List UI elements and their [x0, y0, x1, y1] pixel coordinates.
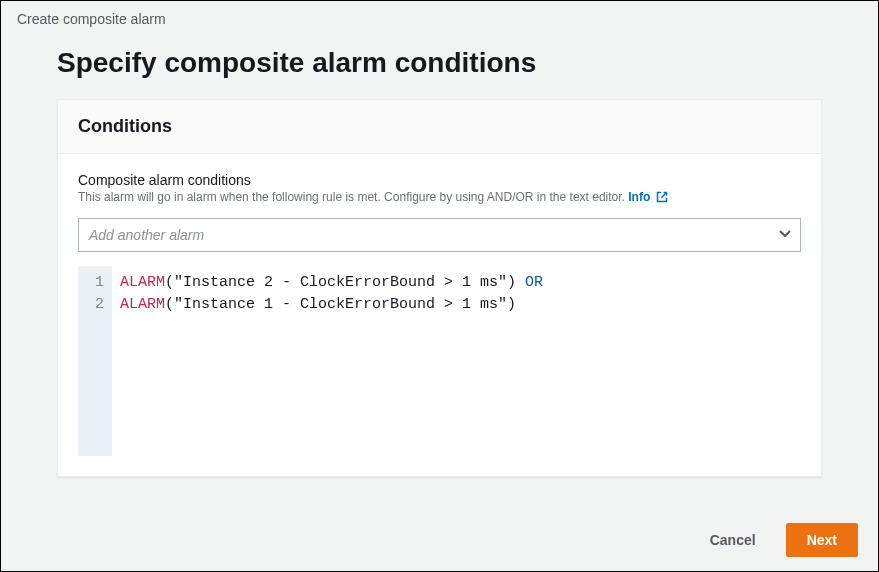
token-keyword: ALARM	[120, 296, 165, 313]
editor-gutter: 1 2	[78, 266, 112, 456]
add-alarm-select[interactable]: Add another alarm	[78, 218, 801, 252]
next-button[interactable]: Next	[786, 523, 858, 557]
info-link-label: Info	[628, 190, 650, 204]
code-line: ALARM("Instance 2 - ClockErrorBound > 1 …	[120, 272, 793, 294]
field-desc-text: This alarm will go in alarm when the fol…	[78, 190, 625, 204]
wizard-footer: Cancel Next	[690, 523, 858, 557]
token-string: ("Instance 2 - ClockErrorBound > 1 ms")	[165, 274, 516, 291]
external-link-icon	[656, 191, 668, 206]
cancel-button[interactable]: Cancel	[690, 524, 776, 556]
conditions-panel: Conditions Composite alarm conditions Th…	[57, 99, 822, 477]
token-string: ("Instance 1 - ClockErrorBound > 1 ms")	[165, 296, 516, 313]
rule-editor[interactable]: 1 2 ALARM("Instance 2 - ClockErrorBound …	[78, 266, 801, 456]
panel-body: Composite alarm conditions This alarm wi…	[58, 154, 821, 476]
info-link[interactable]: Info	[628, 190, 667, 204]
token-operator: OR	[516, 274, 543, 291]
breadcrumb: Create composite alarm	[1, 1, 878, 27]
line-number: 2	[88, 294, 104, 316]
alarm-select-row: Add another alarm	[78, 218, 801, 252]
page-title: Specify composite alarm conditions	[1, 27, 878, 99]
panel-header: Conditions	[58, 100, 821, 154]
field-description: This alarm will go in alarm when the fol…	[78, 190, 801, 206]
token-keyword: ALARM	[120, 274, 165, 291]
line-number: 1	[88, 272, 104, 294]
editor-content[interactable]: ALARM("Instance 2 - ClockErrorBound > 1 …	[112, 266, 801, 456]
code-line: ALARM("Instance 1 - ClockErrorBound > 1 …	[120, 294, 793, 316]
field-label: Composite alarm conditions	[78, 172, 801, 188]
